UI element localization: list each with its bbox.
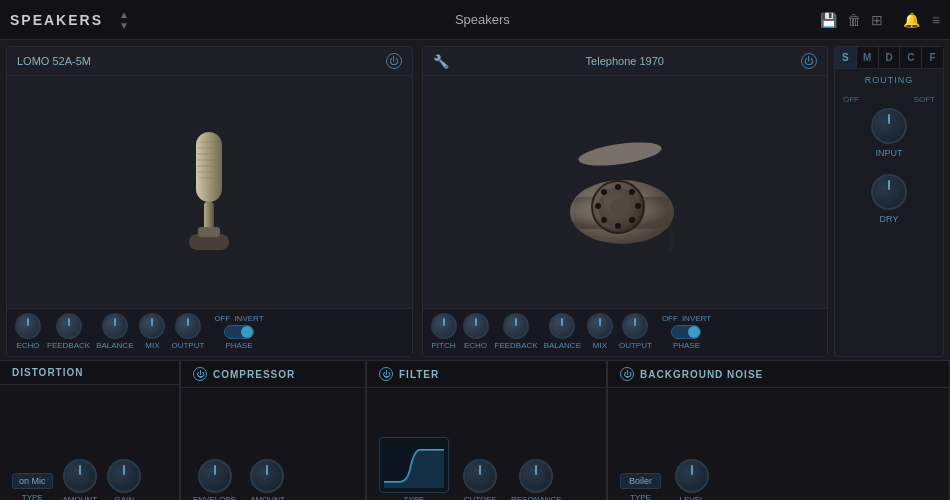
- mic2-balance-label: BALANCE: [544, 341, 581, 350]
- mic2-phase-label: PHASE: [673, 341, 700, 350]
- dist-amount-label: AMOUNT: [63, 495, 98, 500]
- mic1-phase-toggle[interactable]: [224, 325, 254, 339]
- menu-icon[interactable]: ≡: [932, 12, 940, 28]
- mic1-output-knob[interactable]: [175, 313, 201, 339]
- app-title: SPEAKERS: [10, 12, 103, 28]
- bgnoise-power-button[interactable]: ⏻: [620, 367, 634, 381]
- bell-icon[interactable]: 🔔: [903, 12, 920, 28]
- filter-type-control: TYPE: [379, 437, 449, 500]
- bgnoise-title: BACKGROUND NOISE: [640, 369, 763, 380]
- mic1-image-area: [7, 76, 412, 308]
- routing-dry-knob[interactable]: [871, 174, 907, 210]
- preset-arrows[interactable]: ▲ ▼: [119, 9, 129, 31]
- routing-label: ROUTING: [835, 69, 943, 91]
- delete-icon[interactable]: 🗑: [847, 12, 861, 28]
- svg-point-20: [601, 217, 607, 223]
- routing-soft-label: SOFT: [914, 95, 935, 104]
- routing-input-group: OFF SOFT INPUT: [835, 91, 943, 162]
- mic2-invert-label: INVERT: [682, 314, 711, 323]
- filter-power-button[interactable]: ⏻: [379, 367, 393, 381]
- mic1-echo-knob[interactable]: [15, 313, 41, 339]
- tab-d[interactable]: D: [879, 47, 901, 68]
- mic1-phase-toggle-knob: [241, 326, 253, 338]
- mic1-mix-knob[interactable]: [139, 313, 165, 339]
- svg-point-23: [610, 199, 626, 215]
- grid-icon[interactable]: ⊞: [871, 12, 883, 28]
- mic1-balance-knob[interactable]: [102, 313, 128, 339]
- svg-point-21: [595, 203, 601, 209]
- dist-type-selector[interactable]: on Mic: [12, 473, 53, 489]
- tab-m[interactable]: M: [857, 47, 879, 68]
- mic2-knob-row: PITCH ECHO FEEDBACK BALANCE MIX OUTPUT: [423, 308, 828, 356]
- svg-point-24: [577, 138, 663, 169]
- mic2-phase-toggle-knob: [688, 326, 700, 338]
- mic2-off-label: OFF: [662, 314, 678, 323]
- mic1-phase-group: OFF INVERT PHASE: [214, 314, 263, 350]
- mic2-balance-knob[interactable]: [549, 313, 575, 339]
- main-area: LOMO 52A-5M ⏻: [0, 40, 950, 360]
- wrench-icon[interactable]: 🔧: [433, 54, 449, 69]
- mic2-feedback-group: FEEDBACK: [495, 313, 538, 350]
- mic2-echo-knob[interactable]: [463, 313, 489, 339]
- top-right-icons: 🔔 ≡: [903, 12, 940, 28]
- mic1-feedback-knob[interactable]: [56, 313, 82, 339]
- top-bar: SPEAKERS ▲ ▼ Speakers 💾 🗑 ⊞ 🔔 ≡: [0, 0, 950, 40]
- routing-tab-row: S M D C F: [835, 47, 943, 69]
- comp-amount-knob[interactable]: [250, 459, 284, 493]
- distortion-panel: DISTORTION on Mic TYPE AMOUNT GAIN: [0, 361, 180, 500]
- routing-input-knob[interactable]: [871, 108, 907, 144]
- dist-gain-knob[interactable]: [107, 459, 141, 493]
- routing-dry-label: DRY: [880, 214, 899, 224]
- mic2-phase-labels: OFF INVERT: [662, 314, 711, 323]
- mic2-mix-knob[interactable]: [587, 313, 613, 339]
- tab-f[interactable]: F: [922, 47, 943, 68]
- mic1-echo-label: ECHO: [16, 341, 39, 350]
- comp-envelope-knob[interactable]: [198, 459, 232, 493]
- mic2-feedback-knob[interactable]: [503, 313, 529, 339]
- filter-cutoff-knob[interactable]: [463, 459, 497, 493]
- mic1-illustration: [164, 122, 254, 262]
- mic2-pitch-label: PITCH: [432, 341, 456, 350]
- mic2-illustration: [560, 132, 690, 252]
- bgnoise-level-knob[interactable]: [675, 459, 709, 493]
- compressor-power-button[interactable]: ⏻: [193, 367, 207, 381]
- filter-title: FILTER: [399, 369, 439, 380]
- mic1-feedback-label: FEEDBACK: [47, 341, 90, 350]
- mic2-pitch-knob[interactable]: [431, 313, 457, 339]
- routing-dry-group: DRY: [835, 170, 943, 228]
- filter-type-display[interactable]: [379, 437, 449, 493]
- bgnoise-level-label: LEVEL: [680, 495, 705, 500]
- mic2-output-label: OUTPUT: [619, 341, 652, 350]
- dist-amount-knob[interactable]: [63, 459, 97, 493]
- tab-c[interactable]: C: [900, 47, 922, 68]
- preset-name: Speakers: [145, 12, 820, 27]
- mic1-knob-row: ECHO FEEDBACK BALANCE MIX OUTPUT OFF: [7, 308, 412, 356]
- compressor-header: ⏻ COMPRESSOR: [181, 361, 365, 388]
- mic1-power-button[interactable]: ⏻: [386, 53, 402, 69]
- distortion-controls: on Mic TYPE AMOUNT GAIN: [0, 385, 179, 500]
- mic2-output-knob[interactable]: [622, 313, 648, 339]
- mic1-invert-label: INVERT: [234, 314, 263, 323]
- filter-resonance-knob[interactable]: [519, 459, 553, 493]
- routing-off-label: OFF: [843, 95, 859, 104]
- svg-point-17: [635, 203, 641, 209]
- mic2-phase-toggle[interactable]: [671, 325, 701, 339]
- mic1-off-label: OFF: [214, 314, 230, 323]
- bgnoise-type-selector[interactable]: Boiler: [620, 473, 661, 489]
- comp-amount-group: AMOUNT: [250, 459, 285, 500]
- svg-point-18: [629, 217, 635, 223]
- svg-point-22: [601, 189, 607, 195]
- tab-s[interactable]: S: [835, 47, 857, 68]
- filter-cutoff-group: CUTOFF: [463, 459, 497, 500]
- svg-point-19: [615, 223, 621, 229]
- dist-amount-group: AMOUNT: [63, 459, 98, 500]
- routing-panel: S M D C F ROUTING OFF SOFT INPUT DRY: [834, 46, 944, 357]
- compressor-title: COMPRESSOR: [213, 369, 295, 380]
- filter-cutoff-label: CUTOFF: [464, 495, 496, 500]
- mic1-header: LOMO 52A-5M ⏻: [7, 47, 412, 76]
- bgnoise-header: ⏻ BACKGROUND NOISE: [608, 361, 949, 388]
- save-icon[interactable]: 💾: [820, 12, 837, 28]
- mic2-pitch-group: PITCH: [431, 313, 457, 350]
- mic2-power-button[interactable]: ⏻: [801, 53, 817, 69]
- mic2-header: 🔧 Telephone 1970 ⏻: [423, 47, 828, 76]
